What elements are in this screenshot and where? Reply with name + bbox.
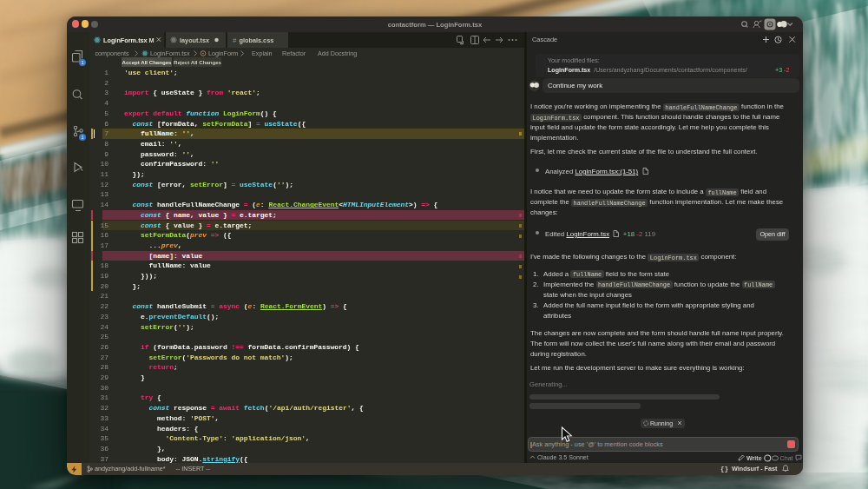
- svg-text:1: 1: [81, 60, 83, 65]
- svg-text:1: 1: [81, 135, 83, 140]
